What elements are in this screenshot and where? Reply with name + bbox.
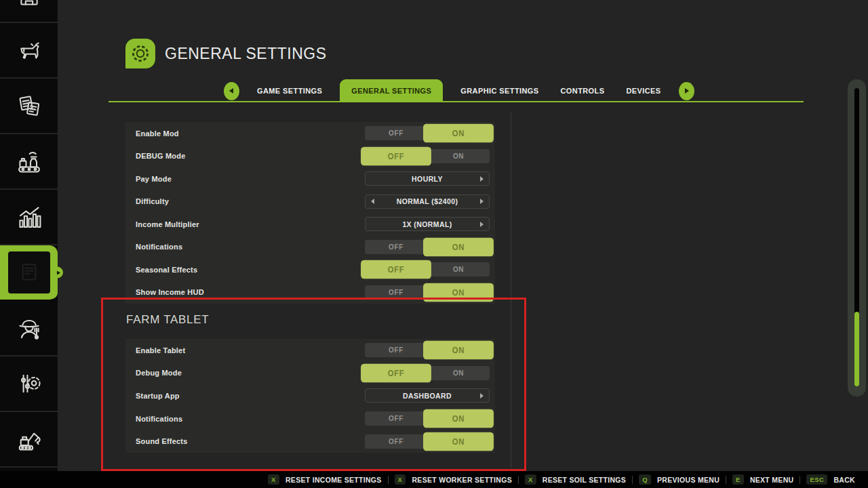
hotkey-label: PREVIOUS MENU bbox=[657, 476, 719, 484]
scrollbar-track[interactable] bbox=[854, 88, 859, 386]
production-line-icon bbox=[14, 146, 44, 176]
toggle-show-income-hud: OFFON bbox=[365, 285, 490, 300]
cow-icon bbox=[14, 35, 44, 65]
tab-controls[interactable]: CONTROLS bbox=[557, 79, 609, 102]
toggle-option-on[interactable]: ON bbox=[423, 238, 494, 256]
setting-row-startup-app: Startup AppDASHBOARD bbox=[125, 384, 495, 407]
toggle-option-off[interactable]: OFF bbox=[361, 364, 431, 382]
setting-row-notifications: NotificationsOFFON bbox=[125, 407, 495, 430]
toggle-option-off[interactable]: OFF bbox=[361, 260, 431, 279]
sidebar-item-animals[interactable] bbox=[0, 23, 58, 79]
hotkey-label: RESET WORKER SETTINGS bbox=[412, 476, 511, 484]
toggle-option-on[interactable]: ON bbox=[427, 149, 490, 163]
sidebar-item-vehicles[interactable] bbox=[0, 412, 58, 468]
hotkey-label: RESET INCOME SETTINGS bbox=[285, 476, 382, 484]
tab-underline bbox=[108, 101, 804, 102]
sidebar-item-workers[interactable] bbox=[0, 301, 58, 357]
page-header: GENERAL SETTINGS bbox=[125, 39, 326, 68]
statistics-icon bbox=[14, 202, 44, 232]
hotkey-label: NEXT MENU bbox=[750, 476, 794, 484]
toggle-option-on[interactable]: ON bbox=[423, 432, 494, 451]
setting-label: Sound Effects bbox=[136, 437, 188, 445]
toggle-notifications: OFFON bbox=[365, 240, 490, 254]
panel-scroll-track bbox=[511, 112, 511, 468]
toggle-option-off[interactable]: OFF bbox=[365, 343, 427, 357]
excavator-icon bbox=[14, 424, 44, 454]
chevron-right-icon bbox=[685, 88, 689, 94]
setting-label: Debug Mode bbox=[136, 369, 182, 377]
settings-panel-farm-tablet: Enable TabletOFFONDebug ModeOFFONStartup… bbox=[125, 339, 495, 453]
building-icon bbox=[14, 4, 44, 18]
key-badge: X bbox=[395, 474, 406, 485]
key-badge: Q bbox=[639, 474, 651, 485]
hotkey-next-menu[interactable]: E NEXT MENU bbox=[726, 474, 800, 485]
key-badge: E bbox=[732, 474, 744, 485]
toggle-notifications: OFFON bbox=[365, 411, 490, 426]
farm-tablet-icon bbox=[16, 259, 43, 286]
tabs-next-button[interactable] bbox=[679, 82, 694, 100]
toggle-option-on[interactable]: ON bbox=[427, 366, 490, 380]
setting-row-seasonal-effects: Seasonal EffectsOFFON bbox=[125, 258, 495, 281]
hotkey-reset-soil-settings[interactable]: X RESET SOIL SETTINGS bbox=[519, 474, 632, 485]
select-value: HOURLY bbox=[412, 175, 443, 183]
gear-icon bbox=[128, 41, 153, 66]
tab-graphic-settings[interactable]: GRAPHIC SETTINGS bbox=[456, 79, 542, 102]
sidebar-item-mod-settings[interactable] bbox=[0, 357, 58, 412]
select-next-icon[interactable] bbox=[480, 199, 484, 204]
setting-label: Enable Mod bbox=[136, 129, 179, 138]
setting-row-show-income-hud: Show Income HUDOFFON bbox=[125, 281, 495, 304]
toggle-option-off[interactable]: OFF bbox=[365, 126, 427, 140]
toggle-option-off[interactable]: OFF bbox=[365, 434, 427, 449]
hotkey-back[interactable]: ESC BACK bbox=[800, 474, 861, 485]
sidebar bbox=[0, 0, 58, 471]
toggle-enable-mod: OFFON bbox=[365, 126, 490, 140]
sidebar-item-production[interactable] bbox=[0, 134, 58, 190]
toggle-option-on[interactable]: ON bbox=[423, 341, 494, 359]
tab-game-settings[interactable]: GAME SETTINGS bbox=[253, 79, 326, 102]
select-value: NORMAL ($2400) bbox=[397, 197, 458, 205]
select-pay-mode[interactable]: HOURLY bbox=[365, 171, 490, 186]
select-next-icon[interactable] bbox=[480, 393, 484, 399]
tab-general-settings[interactable]: GENERAL SETTINGS bbox=[340, 79, 443, 102]
sidebar-item-statistics[interactable] bbox=[0, 190, 58, 245]
toggle-option-off[interactable]: OFF bbox=[361, 147, 431, 165]
select-startup-app[interactable]: DASHBOARD bbox=[365, 388, 490, 403]
hotkey-previous-menu[interactable]: Q PREVIOUS MENU bbox=[633, 474, 726, 485]
tabs-prev-button[interactable] bbox=[224, 82, 239, 100]
toggle-option-on[interactable]: ON bbox=[423, 409, 494, 428]
toggle-option-on[interactable]: ON bbox=[427, 262, 490, 277]
sidebar-item-contracts[interactable] bbox=[0, 79, 58, 134]
select-difficulty[interactable]: NORMAL ($2400) bbox=[365, 195, 490, 209]
tab-devices[interactable]: DEVICES bbox=[622, 79, 665, 102]
toggle-enable-tablet: OFFON bbox=[365, 343, 490, 357]
page-scrollbar[interactable] bbox=[848, 79, 866, 396]
toggle-option-off[interactable]: OFF bbox=[365, 240, 427, 254]
setting-row-enable-tablet: Enable TabletOFFON bbox=[125, 339, 495, 362]
documents-icon bbox=[14, 91, 44, 121]
toggle-seasonal-effects: OFFON bbox=[365, 262, 490, 277]
sidebar-item-finances[interactable] bbox=[0, 0, 58, 23]
setting-row-pay-mode: Pay ModeHOURLY bbox=[125, 167, 495, 190]
active-item-indicator bbox=[52, 267, 63, 279]
hotkey-reset-worker-settings[interactable]: X RESET WORKER SETTINGS bbox=[389, 474, 518, 485]
select-next-icon[interactable] bbox=[480, 222, 484, 227]
select-income-multiplier[interactable]: 1X (NORMAL) bbox=[365, 217, 490, 231]
toggle-option-off[interactable]: OFF bbox=[365, 285, 427, 300]
scrollbar-thumb[interactable] bbox=[854, 312, 859, 386]
key-badge: ESC bbox=[806, 474, 827, 485]
toggle-option-on[interactable]: ON bbox=[423, 283, 494, 302]
select-next-icon[interactable] bbox=[480, 176, 484, 182]
setting-label: Pay Mode bbox=[136, 175, 172, 183]
setting-row-enable-mod: Enable ModOFFON bbox=[125, 122, 495, 145]
toggle-option-on[interactable]: ON bbox=[423, 124, 494, 142]
key-badge: X bbox=[525, 474, 536, 485]
hotkey-bar: X RESET INCOME SETTINGSX RESET WORKER SE… bbox=[0, 471, 868, 488]
farm-tablet-section-heading: FARM TABLET bbox=[126, 313, 209, 327]
setting-row-notifications: NotificationsOFFON bbox=[125, 236, 495, 259]
sidebar-item-farm-tablet[interactable] bbox=[0, 245, 58, 301]
hotkey-reset-income-settings[interactable]: X RESET INCOME SETTINGS bbox=[262, 474, 388, 485]
toggle-option-off[interactable]: OFF bbox=[365, 411, 427, 426]
settings-panel-main: Enable ModOFFONDEBUG ModeOFFONPay ModeHO… bbox=[125, 122, 495, 304]
select-value: DASHBOARD bbox=[403, 392, 452, 400]
select-prev-icon[interactable] bbox=[371, 199, 374, 204]
